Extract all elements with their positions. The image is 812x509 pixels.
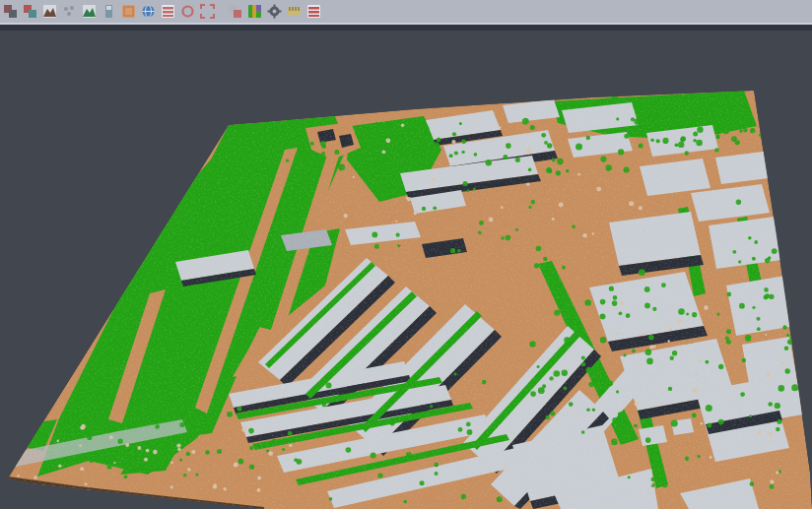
terrain-icon bbox=[82, 4, 97, 19]
classification-colormap-icon bbox=[247, 4, 262, 19]
circle-select-icon bbox=[180, 4, 195, 19]
globe-icon bbox=[141, 4, 156, 19]
circle-select-button[interactable] bbox=[178, 3, 196, 21]
measure-ruler-button[interactable] bbox=[285, 3, 303, 21]
toolbar-separator bbox=[218, 3, 224, 21]
texture-square-button[interactable] bbox=[119, 3, 137, 21]
mountain-button[interactable] bbox=[40, 3, 58, 21]
main-toolbar bbox=[0, 0, 812, 23]
classification-colormap-button[interactable] bbox=[245, 3, 263, 21]
application-window bbox=[0, 0, 812, 509]
3d-viewport[interactable] bbox=[0, 0, 812, 509]
rect-select-button[interactable] bbox=[198, 3, 216, 21]
toolbar-shade-line bbox=[0, 25, 812, 31]
mountain-icon bbox=[42, 4, 57, 19]
points-icon bbox=[62, 4, 77, 19]
layer-stripes-button[interactable] bbox=[159, 3, 176, 21]
delete-red-icon bbox=[306, 4, 321, 19]
rect-select-icon bbox=[200, 4, 215, 19]
points-button[interactable] bbox=[60, 3, 78, 21]
navigate-arrows-icon bbox=[23, 4, 37, 19]
settings-gear-button[interactable] bbox=[265, 3, 283, 21]
scene-mosaic-button[interactable] bbox=[1, 3, 19, 21]
terrain-button[interactable] bbox=[80, 3, 98, 21]
measure-ruler-icon bbox=[287, 4, 302, 19]
layer-stripes-icon bbox=[161, 4, 175, 19]
point-cloud-scene bbox=[0, 0, 812, 509]
navigate-arrows-button[interactable] bbox=[21, 3, 38, 21]
column-profile-icon bbox=[102, 4, 116, 19]
delete-red-button[interactable] bbox=[304, 3, 322, 21]
clip-box-icon bbox=[228, 4, 242, 19]
clip-box-button[interactable] bbox=[226, 3, 243, 21]
scene-mosaic-icon bbox=[3, 4, 18, 19]
settings-gear-icon bbox=[267, 4, 282, 19]
texture-square-icon bbox=[121, 4, 136, 19]
column-profile-button[interactable] bbox=[100, 3, 117, 21]
globe-button[interactable] bbox=[139, 3, 157, 21]
